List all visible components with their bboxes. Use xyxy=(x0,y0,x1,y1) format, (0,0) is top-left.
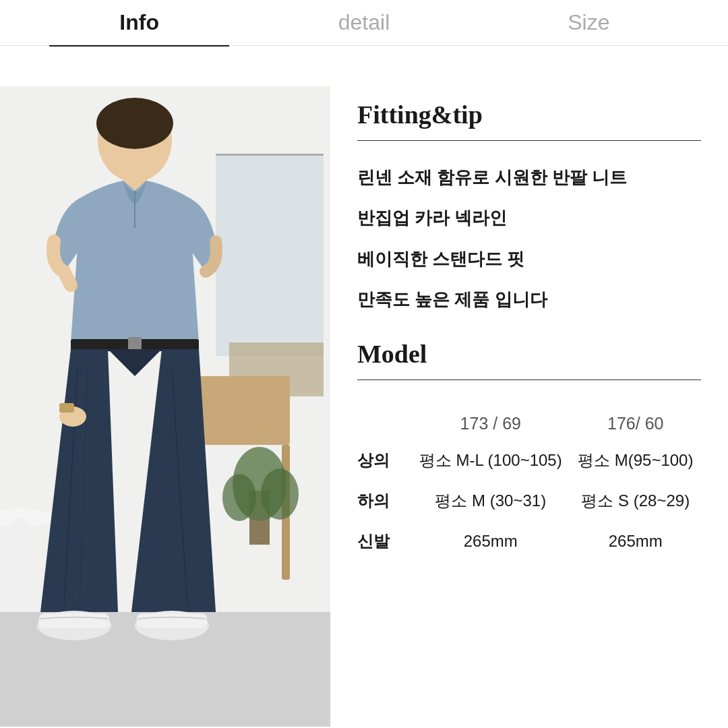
product-image-container xyxy=(0,86,330,728)
svg-rect-21 xyxy=(39,613,109,628)
top-label: 상의 xyxy=(357,440,411,481)
tab-size[interactable]: Size xyxy=(477,0,701,46)
col-model2-header: 176/ 60 xyxy=(570,404,701,440)
tip-item-2: 반집업 카라 넥라인 xyxy=(357,206,701,230)
fitting-tips-section: Fitting&tip 린넨 소재 함유로 시원한 반팔 니트 반집업 카라 넥… xyxy=(357,100,701,312)
tab-info[interactable]: Info xyxy=(27,0,251,46)
model-table-header: 173 / 69 176/ 60 xyxy=(357,404,701,440)
shoes-size-model2: 265mm xyxy=(570,521,701,562)
svg-rect-26 xyxy=(59,403,74,413)
tip-item-3: 베이직한 스탠다드 핏 xyxy=(357,247,701,271)
tip-item-4: 만족도 높은 제품 입니다 xyxy=(357,287,701,311)
model-table: 173 / 69 176/ 60 상의 평소 M-L (100~105) 평소 … xyxy=(357,404,701,562)
tip-item-1: 린넨 소재 함유로 시원한 반팔 니트 xyxy=(357,165,701,189)
fitting-title: Fitting&tip xyxy=(357,100,701,129)
top-size-model1: 평소 M-L (100~105) xyxy=(411,440,570,481)
svg-rect-3 xyxy=(216,154,324,356)
product-image xyxy=(0,86,330,727)
col-model1-header: 173 / 69 xyxy=(411,404,570,440)
shoes-size-model1: 265mm xyxy=(411,521,570,562)
main-content: Fitting&tip 린넨 소재 함유로 시원한 반팔 니트 반집업 카라 넥… xyxy=(0,46,728,728)
top-size-model2: 평소 M(95~100) xyxy=(570,440,701,481)
bottom-label: 하의 xyxy=(357,481,411,521)
bottom-size-model1: 평소 M (30~31) xyxy=(411,481,570,521)
model-row-shoes: 신발 265mm 265mm xyxy=(357,521,701,562)
svg-point-30 xyxy=(261,468,299,520)
model-section: Model 173 / 69 176/ 60 상의 평소 M-L (100~10… xyxy=(357,339,701,562)
svg-point-11 xyxy=(96,98,173,149)
shoes-label: 신발 xyxy=(357,521,411,562)
fitting-divider xyxy=(357,140,701,141)
info-panel: Fitting&tip 린넨 소재 함유로 시원한 반팔 니트 반집업 카라 넥… xyxy=(330,86,728,728)
tab-detail[interactable]: detail xyxy=(251,0,476,46)
model-divider xyxy=(357,380,701,380)
model-row-bottom: 하의 평소 M (30~31) 평소 S (28~29) xyxy=(357,481,701,521)
model-title: Model xyxy=(357,339,701,369)
col-label-header xyxy=(357,404,411,440)
svg-point-29 xyxy=(222,474,256,521)
bottom-size-model2: 평소 S (28~29) xyxy=(570,481,701,521)
svg-rect-23 xyxy=(137,613,207,628)
svg-rect-4 xyxy=(216,154,324,156)
svg-rect-25 xyxy=(10,518,30,612)
tab-navigation: Info detail Size xyxy=(0,0,728,46)
model-row-top: 상의 평소 M-L (100~105) 평소 M(95~100) xyxy=(357,440,701,481)
